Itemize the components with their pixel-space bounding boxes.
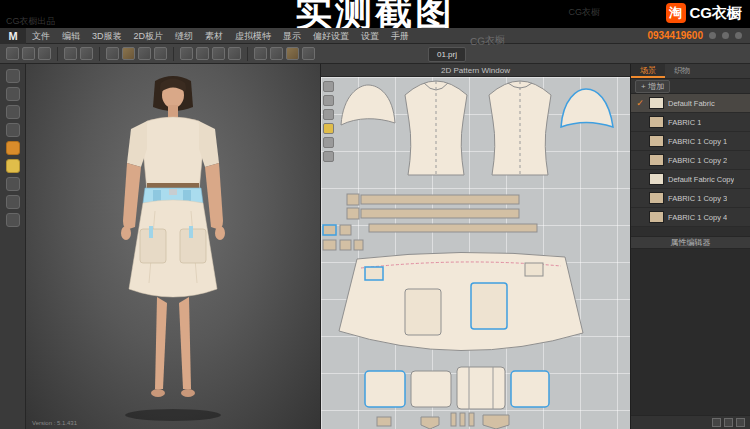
pin-tool-icon[interactable] — [154, 47, 167, 60]
fabric-tool-icon[interactable] — [286, 47, 299, 60]
flap-piece-small[interactable] — [421, 417, 439, 429]
menu-avatar[interactable]: 虚拟模特 — [229, 28, 277, 44]
save-file-icon[interactable] — [38, 47, 51, 60]
list-view-icon[interactable] — [724, 418, 733, 427]
render-tool-icon[interactable] — [270, 47, 283, 60]
open-file-icon[interactable] — [22, 47, 35, 60]
menu-manual[interactable]: 手册 — [385, 28, 415, 44]
garment-brown-belt[interactable] — [147, 183, 199, 188]
pocket-piece-on-skirt-left[interactable] — [405, 289, 441, 335]
scissors-tool-icon[interactable] — [6, 105, 20, 119]
pocket-bag-piece-1[interactable] — [365, 371, 405, 407]
menu-material[interactable]: 素材 — [199, 28, 229, 44]
grid-view-icon[interactable] — [712, 418, 721, 427]
fabric-list-item[interactable]: FABRIC 1 Copy 1 — [631, 132, 750, 151]
tab-scene[interactable]: 场景 — [631, 64, 665, 78]
wind-tool-icon[interactable] — [6, 177, 20, 191]
camera-tool-icon[interactable] — [6, 195, 20, 209]
pattern-window-title: 2D Pattern Window — [441, 66, 510, 75]
pattern-canvas[interactable] — [321, 77, 630, 429]
pin-icon[interactable] — [6, 123, 20, 137]
small-tab-piece-right[interactable] — [525, 263, 543, 276]
strap-piece-2[interactable] — [460, 413, 465, 426]
fabric-list-item[interactable]: Default Fabric Copy — [631, 170, 750, 189]
small-piece[interactable] — [377, 417, 391, 426]
avatar-icon[interactable] — [6, 141, 20, 155]
small-tab-piece-left[interactable] — [365, 267, 383, 280]
menu-3d-garment[interactable]: 3D服装 — [86, 28, 128, 44]
belt-loop-piece-1[interactable] — [323, 225, 336, 235]
belt-loop-piece-5[interactable] — [354, 240, 363, 250]
redo-icon[interactable] — [80, 47, 93, 60]
window-minimize-button[interactable] — [709, 32, 716, 39]
tab-fabric[interactable]: 织物 — [665, 64, 699, 78]
select-tool-icon[interactable] — [180, 47, 193, 60]
pocket-bag-piece-3[interactable] — [457, 367, 505, 409]
pattern-sew-icon[interactable] — [323, 123, 334, 134]
belt-buckle-piece-2[interactable] — [347, 208, 359, 219]
move-tool-icon[interactable] — [196, 47, 209, 60]
app-logo: M — [0, 28, 26, 44]
menu-preferences[interactable]: 偏好设置 — [307, 28, 355, 44]
menu-2d-pattern[interactable]: 2D板片 — [128, 28, 170, 44]
pattern-piece-sleeve-right[interactable] — [561, 89, 613, 127]
pattern-grade-icon[interactable] — [323, 151, 334, 162]
panel-settings-icon[interactable] — [736, 418, 745, 427]
pattern-piece-sleeve-left[interactable] — [341, 85, 395, 125]
undo-icon[interactable] — [64, 47, 77, 60]
add-fabric-button[interactable]: + 增加 — [635, 80, 670, 93]
pocket-bag-piece-4[interactable] — [511, 371, 549, 407]
light-tool-icon[interactable] — [6, 213, 20, 227]
window-maximize-button[interactable] — [722, 32, 729, 39]
watermark-left: CG衣橱出品 — [6, 15, 56, 28]
pocket-strap-left — [149, 226, 153, 238]
pattern-edit-icon[interactable] — [323, 95, 334, 106]
strap-piece-3[interactable] — [469, 413, 474, 426]
belt-loop-piece-3[interactable] — [323, 240, 336, 250]
avatar-show-icon[interactable] — [122, 47, 135, 60]
fabric-name: Default Fabric — [668, 99, 715, 108]
pattern-polygon-icon[interactable] — [323, 109, 334, 120]
fabric-name: FABRIC 1 Copy 2 — [668, 156, 727, 165]
texture-tool-icon[interactable] — [254, 47, 267, 60]
fabric-name: FABRIC 1 Copy 1 — [668, 137, 727, 146]
flap-piece-large[interactable] — [483, 415, 509, 429]
belt-buckle-piece-1[interactable] — [347, 194, 359, 205]
menu-edit[interactable]: 编辑 — [56, 28, 86, 44]
pattern-notch-icon[interactable] — [323, 137, 334, 148]
tape-measure-icon[interactable] — [6, 159, 20, 173]
hand-tool-icon[interactable] — [6, 87, 20, 101]
pattern-select-icon[interactable] — [323, 81, 334, 92]
new-file-icon[interactable] — [6, 47, 19, 60]
fabric-list-item[interactable]: FABRIC 1 — [631, 113, 750, 132]
pattern-piece-belt-1[interactable] — [361, 195, 519, 204]
fabric-list-item[interactable]: FABRIC 1 Copy 3 — [631, 189, 750, 208]
fabric-swatch — [649, 192, 664, 204]
menu-display[interactable]: 显示 — [277, 28, 307, 44]
menu-sewing[interactable]: 缝纫 — [169, 28, 199, 44]
fabric-list-item[interactable]: FABRIC 1 Copy 4 — [631, 208, 750, 227]
fabric-swatch — [649, 97, 664, 109]
garment-show-icon[interactable] — [138, 47, 151, 60]
belt-loop-piece-4[interactable] — [340, 240, 351, 250]
menu-file[interactable]: 文件 — [26, 28, 56, 44]
pattern-piece-belt-3[interactable] — [369, 224, 537, 232]
grid-toggle-icon[interactable] — [302, 47, 315, 60]
window-close-button[interactable] — [735, 32, 742, 39]
pocket-bag-piece-2[interactable] — [411, 371, 451, 407]
project-file-tab[interactable]: 01.prj — [428, 47, 466, 62]
viewport-3d[interactable]: Version : 5.1.431 — [26, 64, 320, 429]
pocket-piece-on-skirt-right[interactable] — [471, 283, 507, 329]
menu-settings[interactable]: 设置 — [355, 28, 385, 44]
pattern-piece-belt-2[interactable] — [361, 209, 519, 218]
zoom-tool-icon[interactable] — [212, 47, 225, 60]
cursor-tool-icon[interactable] — [6, 69, 20, 83]
main-toolbar: 01.prj — [0, 44, 750, 64]
measure-tool-icon[interactable] — [228, 47, 241, 60]
simulate-icon[interactable] — [106, 47, 119, 60]
fabric-list-item[interactable]: ✓ Default Fabric — [631, 94, 750, 113]
strap-piece-1[interactable] — [451, 413, 456, 426]
belt-loop-piece-2[interactable] — [340, 225, 351, 235]
pattern-window-2d: 2D Pattern Window — [320, 64, 630, 429]
fabric-list-item[interactable]: FABRIC 1 Copy 2 — [631, 151, 750, 170]
